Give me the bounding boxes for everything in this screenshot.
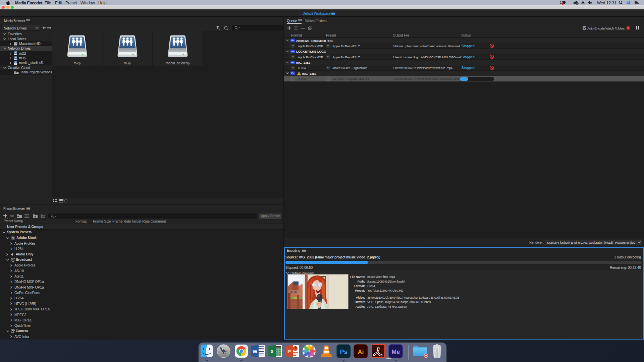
svg-text:W: W <box>253 349 258 354</box>
svg-text:Ai: Ai <box>358 348 364 355</box>
svg-text:X: X <box>270 349 274 354</box>
svg-text:St: St <box>12 237 14 239</box>
svg-text:Me: Me <box>391 348 400 355</box>
svg-text:Ps: Ps <box>340 348 347 355</box>
svg-text:TV: TV <box>12 259 14 261</box>
svg-text:P: P <box>287 349 291 354</box>
